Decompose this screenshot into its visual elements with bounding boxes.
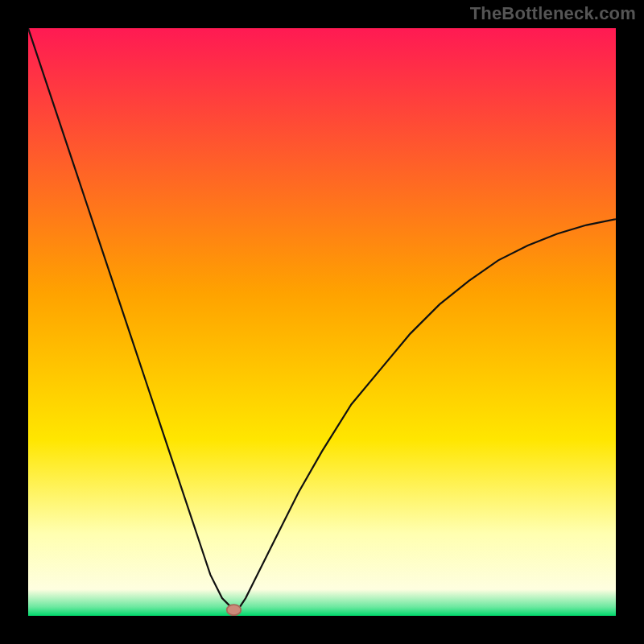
minimum-marker [227, 605, 242, 615]
chart-frame: TheBottleneck.com [0, 0, 644, 644]
plot-area [28, 28, 616, 616]
bottleneck-chart [28, 28, 616, 616]
gradient-background [28, 28, 616, 616]
watermark-text: TheBottleneck.com [470, 3, 636, 24]
